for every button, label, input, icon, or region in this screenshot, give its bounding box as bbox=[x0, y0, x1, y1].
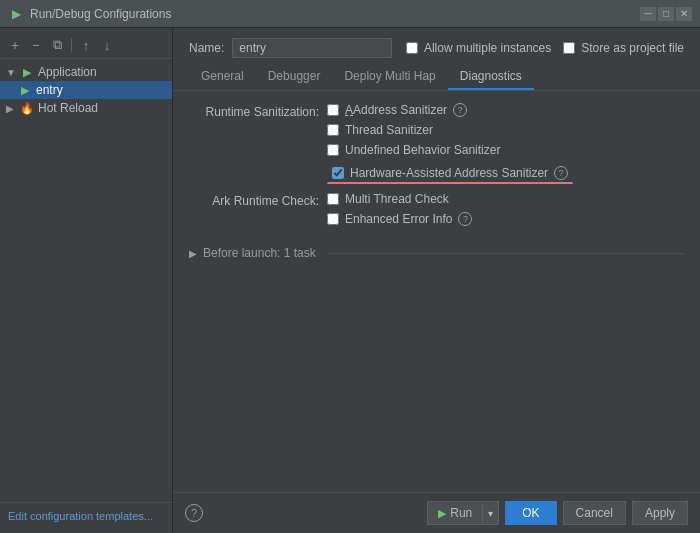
allow-multiple-label: Allow multiple instances bbox=[424, 41, 551, 55]
application-group-label: Application bbox=[38, 65, 97, 79]
enhanced-error-info-checkbox[interactable] bbox=[327, 213, 339, 225]
entry-icon: ▶ bbox=[18, 83, 32, 97]
run-dropdown-button[interactable]: ▾ bbox=[482, 504, 498, 523]
content-footer: ? ▶ Run ▾ OK Cancel Apply bbox=[173, 492, 700, 533]
hot-reload-label: Hot Reload bbox=[38, 101, 98, 115]
run-button[interactable]: ▶ Run bbox=[428, 502, 482, 524]
tab-deploy-multi-hap[interactable]: Deploy Multi Hap bbox=[332, 64, 447, 90]
ark-runtime-options: Multi Thread Check Enhanced Error Info ? bbox=[327, 192, 472, 226]
run-button-group: ▶ Run ▾ bbox=[427, 501, 499, 525]
store-project-label: Store as project file bbox=[581, 41, 684, 55]
add-config-button[interactable]: + bbox=[6, 36, 24, 54]
edit-templates-link[interactable]: Edit configuration templates... bbox=[8, 510, 153, 522]
footer-left: ? bbox=[185, 504, 203, 522]
app-icon: ▶ bbox=[8, 6, 24, 22]
ark-runtime-label: Ark Runtime Check: bbox=[189, 192, 319, 208]
remove-config-button[interactable]: − bbox=[27, 36, 45, 54]
move-down-button[interactable]: ↓ bbox=[98, 36, 116, 54]
restore-button[interactable]: □ bbox=[658, 7, 674, 21]
enhanced-error-info-row: Enhanced Error Info ? bbox=[327, 212, 472, 226]
allow-multiple-row: Allow multiple instances bbox=[406, 41, 551, 55]
toolbar-divider bbox=[71, 38, 72, 52]
multi-thread-check-label: Multi Thread Check bbox=[345, 192, 449, 206]
enhanced-error-info-help-icon[interactable]: ? bbox=[458, 212, 472, 226]
entry-label: entry bbox=[36, 83, 63, 97]
hardware-assisted-label: Hardware-Assisted Address Sanitizer bbox=[350, 166, 548, 180]
tab-diagnostics[interactable]: Diagnostics bbox=[448, 64, 534, 90]
content-header: Name: Allow multiple instances Store as … bbox=[173, 28, 700, 64]
hardware-assisted-checkbox[interactable] bbox=[332, 167, 344, 179]
ark-runtime-section: Ark Runtime Check: Multi Thread Check En… bbox=[189, 192, 684, 226]
cancel-button[interactable]: Cancel bbox=[563, 501, 626, 525]
sidebar-item-hot-reload[interactable]: ▶ 🔥 Hot Reload bbox=[0, 99, 172, 117]
tab-general[interactable]: General bbox=[189, 64, 256, 90]
content-area: Name: Allow multiple instances Store as … bbox=[173, 28, 700, 533]
main-layout: + − ⧉ ↑ ↓ ▼ ▶ Application ▶ entry ▶ 🔥 Ho… bbox=[0, 28, 700, 533]
before-launch-divider bbox=[328, 253, 684, 254]
undefined-behavior-sanitizer-row: Undefined Behavior Sanitizer bbox=[327, 143, 573, 157]
run-label: Run bbox=[450, 506, 472, 520]
undefined-behavior-sanitizer-label: Undefined Behavior Sanitizer bbox=[345, 143, 500, 157]
hot-reload-icon: 🔥 bbox=[20, 101, 34, 115]
sidebar-item-entry[interactable]: ▶ entry bbox=[0, 81, 172, 99]
expand-arrow-hotreload: ▶ bbox=[6, 103, 16, 114]
address-sanitizer-help-icon[interactable]: ? bbox=[453, 103, 467, 117]
address-sanitizer-checkbox[interactable] bbox=[327, 104, 339, 116]
store-project-row: Store as project file bbox=[563, 41, 684, 55]
sidebar-item-application[interactable]: ▼ ▶ Application bbox=[0, 63, 172, 81]
address-sanitizer-row: AAddress Sanitizer ? bbox=[327, 103, 573, 117]
thread-sanitizer-label: Thread Sanitizer bbox=[345, 123, 433, 137]
minimize-button[interactable]: ─ bbox=[640, 7, 656, 21]
multi-thread-check-checkbox[interactable] bbox=[327, 193, 339, 205]
address-sanitizer-label: AAddress Sanitizer bbox=[345, 103, 447, 117]
allow-multiple-checkbox[interactable] bbox=[406, 42, 418, 54]
ok-button[interactable]: OK bbox=[505, 501, 556, 525]
expand-arrow-application: ▼ bbox=[6, 67, 16, 78]
sidebar: + − ⧉ ↑ ↓ ▼ ▶ Application ▶ entry ▶ 🔥 Ho… bbox=[0, 28, 173, 533]
runtime-sanitization-options: AAddress Sanitizer ? Thread Sanitizer bbox=[327, 103, 573, 184]
tabs-bar: General Debugger Deploy Multi Hap Diagno… bbox=[173, 64, 700, 91]
undefined-behavior-sanitizer-checkbox[interactable] bbox=[327, 144, 339, 156]
enhanced-error-info-label: Enhanced Error Info bbox=[345, 212, 452, 226]
move-up-button[interactable]: ↑ bbox=[77, 36, 95, 54]
before-launch-arrow: ▶ bbox=[189, 248, 197, 259]
thread-sanitizer-row: Thread Sanitizer bbox=[327, 123, 573, 137]
sidebar-toolbar: + − ⧉ ↑ ↓ bbox=[0, 32, 172, 59]
content-body: Runtime Sanitization: AAddress Sanitizer… bbox=[173, 91, 700, 492]
multi-thread-check-row: Multi Thread Check bbox=[327, 192, 472, 206]
copy-config-button[interactable]: ⧉ bbox=[48, 36, 66, 54]
tab-debugger[interactable]: Debugger bbox=[256, 64, 333, 90]
application-group-icon: ▶ bbox=[20, 65, 34, 79]
apply-button[interactable]: Apply bbox=[632, 501, 688, 525]
runtime-sanitization-label: Runtime Sanitization: bbox=[189, 103, 319, 119]
name-row: Name: bbox=[189, 38, 394, 58]
name-label: Name: bbox=[189, 41, 224, 55]
run-arrow-icon: ▶ bbox=[438, 507, 446, 520]
name-input[interactable] bbox=[232, 38, 392, 58]
hardware-assisted-row: Hardware-Assisted Address Sanitizer ? bbox=[327, 163, 573, 184]
store-project-checkbox[interactable] bbox=[563, 42, 575, 54]
runtime-sanitization-section: Runtime Sanitization: AAddress Sanitizer… bbox=[189, 103, 684, 184]
before-launch-label: Before launch: 1 task bbox=[203, 246, 316, 260]
title-bar: ▶ Run/Debug Configurations ─ □ ✕ bbox=[0, 0, 700, 28]
title-bar-controls: ─ □ ✕ bbox=[640, 7, 692, 21]
close-button[interactable]: ✕ bbox=[676, 7, 692, 21]
before-launch-section[interactable]: ▶ Before launch: 1 task bbox=[189, 246, 684, 260]
hardware-assisted-help-icon[interactable]: ? bbox=[554, 166, 568, 180]
thread-sanitizer-checkbox[interactable] bbox=[327, 124, 339, 136]
footer-help-icon[interactable]: ? bbox=[185, 504, 203, 522]
sidebar-footer: Edit configuration templates... bbox=[0, 502, 172, 529]
title-bar-text: Run/Debug Configurations bbox=[30, 7, 634, 21]
footer-right: ▶ Run ▾ OK Cancel Apply bbox=[427, 501, 688, 525]
